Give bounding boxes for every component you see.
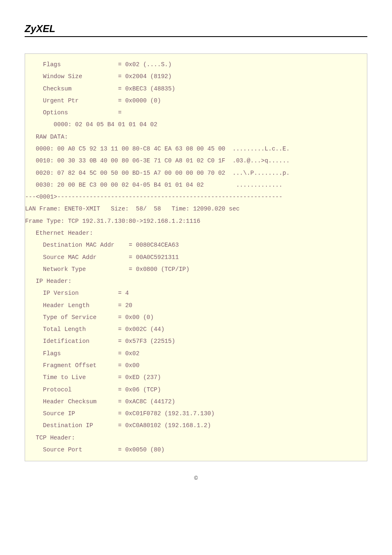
code-line: Flags = 0x02 (....S.): [25, 59, 367, 71]
code-line: 0000: 02 04 05 B4 01 01 04 02: [25, 119, 367, 131]
code-line: Source Port = 0x0050 (80): [25, 444, 367, 456]
code-line: Options =: [25, 107, 367, 119]
header-divider: [25, 36, 367, 37]
code-line: Type of Service = 0x00 (0): [25, 312, 367, 324]
code-line: IP Header:: [25, 275, 367, 287]
code-line: Flags = 0x02: [25, 348, 367, 360]
footer-copyright: ©: [25, 475, 367, 481]
code-line: Destination MAC Addr = 0080C84CEA63: [25, 239, 367, 251]
code-line: RAW DATA:: [25, 131, 367, 143]
code-line: Protocol = 0x06 (TCP): [25, 384, 367, 396]
code-line: LAN Frame: ENET0-XMIT Size: 58/ 58 Time:…: [25, 203, 367, 215]
code-line: 0010: 00 30 33 0B 40 00 80 06-3E 71 C0 A…: [25, 155, 367, 167]
code-line: Checksum = 0xBEC3 (48835): [25, 83, 367, 95]
page-container: ZyXEL Flags = 0x02 (....S.) Window Size …: [0, 0, 392, 481]
code-line: TCP Header:: [25, 432, 367, 444]
code-line: Source IP = 0xC01F0782 (192.31.7.130): [25, 408, 367, 420]
code-line: Time to Live = 0xED (237): [25, 372, 367, 384]
code-line: Ethernet Header:: [25, 227, 367, 239]
code-line: Header Checksum = 0xAC8C (44172): [25, 396, 367, 408]
code-line: IP Version = 4: [25, 287, 367, 299]
code-line: 0020: 07 82 04 5C 00 50 00 BD-15 A7 00 0…: [25, 167, 367, 179]
code-line: Destination IP = 0xC0A80102 (192.168.1.2…: [25, 420, 367, 432]
code-line: Network Type = 0x0800 (TCP/IP): [25, 264, 367, 275]
packet-dump-block: Flags = 0x02 (....S.) Window Size = 0x20…: [25, 53, 367, 461]
code-line: Idetification = 0x57F3 (22515): [25, 335, 367, 347]
code-line: Header Length = 20: [25, 300, 367, 312]
code-line: Urgent Ptr = 0x0000 (0): [25, 95, 367, 107]
brand-logo: ZyXEL: [25, 23, 367, 35]
code-line: 0030: 20 00 BE C3 00 00 02 04-05 B4 01 0…: [25, 179, 367, 191]
code-line: Frame Type: TCP 192.31.7.130:80->192.168…: [25, 215, 367, 227]
code-line: Fragment Offset = 0x00: [25, 360, 367, 372]
code-line: ---<0001>-------------------------------…: [25, 191, 367, 203]
code-line: Window Size = 0x2004 (8192): [25, 71, 367, 83]
code-line: Total Length = 0x002C (44): [25, 324, 367, 335]
code-line: 0000: 00 A0 C5 92 13 11 00 80-C8 4C EA 6…: [25, 143, 367, 155]
code-line: Source MAC Addr = 00A0C5921311: [25, 252, 367, 264]
